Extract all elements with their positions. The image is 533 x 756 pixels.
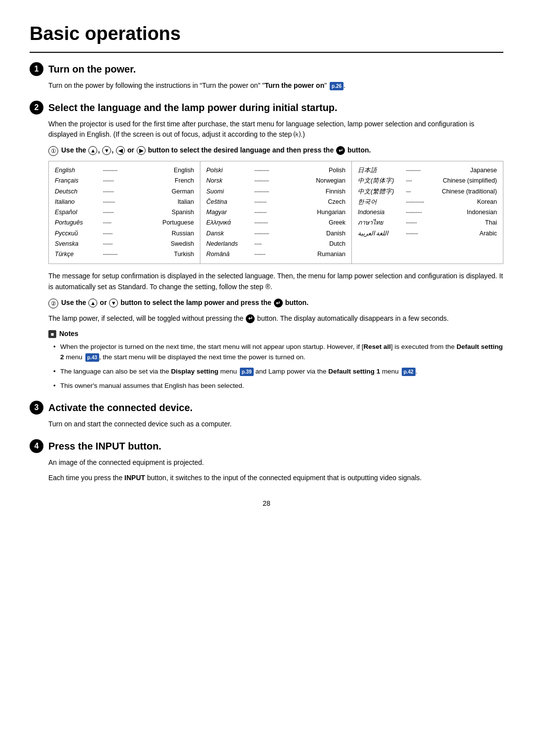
lang-row: Norsk············Norwegian [206, 176, 345, 186]
lang-row: Русский········Russian [55, 228, 194, 239]
lang-col-2: Polski············Polish Norsk··········… [200, 161, 352, 264]
step3-text: Turn on and start the connected device s… [48, 419, 503, 430]
note2-ref1[interactable]: p.39 [240, 368, 254, 377]
enter2-icon: ↵ [274, 299, 283, 307]
step4-text1: An image of the connected equipment is p… [48, 457, 503, 468]
step3-heading-text: Activate the connected device. [48, 400, 192, 415]
lang-col-3: 日本語············Japanese 中文(简体字)·····Chin… [352, 161, 503, 264]
step1-heading: 1 Turn on the power. [30, 62, 503, 76]
up-arrow-icon: ▲ [88, 146, 97, 155]
step4-number: 4 [30, 439, 43, 453]
lang-row: Türkçe············Turkish [55, 249, 194, 260]
lang-row: Suomi············Finnish [206, 187, 345, 197]
page-number: 28 [30, 498, 503, 509]
step2-after-table: The message for setup confirmation is di… [48, 271, 503, 292]
step4-text2: Each time you press the INPUT button, it… [48, 473, 503, 484]
step2-number: 2 [30, 101, 43, 114]
lang-row: 中文(简体字)·····Chinese (simplified) [358, 176, 497, 186]
page-title: Basic operations [30, 20, 503, 53]
step4-body: An image of the connected equipment is p… [48, 457, 503, 484]
lang-row: Deutsch·········German [55, 187, 194, 197]
step2-sub1-num: ① [48, 146, 58, 156]
step3-body: Turn on and start the connected device s… [48, 419, 503, 430]
left-arrow-icon: ◀ [116, 146, 125, 155]
notes-box: ■ Notes When the projector is turned on … [48, 329, 503, 391]
lang-row: Svenska········Swedish [55, 239, 194, 249]
lang-row: Français·········French [55, 176, 194, 186]
language-table: English············English Français·····… [48, 161, 503, 264]
right-arrow-icon: ▶ [137, 146, 146, 155]
step2-sub2-heading: ② Use the ▲ or ▼ button to select the la… [48, 298, 503, 308]
note-3: This owner's manual assumes that English… [53, 381, 503, 391]
lang-row: ภาษาไทย·········Thai [358, 218, 497, 228]
lang-row: 中文(繁體字)····Chinese (traditional) [358, 187, 497, 197]
step2-body: When the projector is used for the first… [48, 119, 503, 391]
lang-row: Ελληνικά···········Greek [206, 218, 345, 228]
lang-row: Čeština··········Czech [206, 197, 345, 207]
lang-row: Nederlands······Dutch [206, 239, 345, 249]
step2-sub1-heading: ① Use the ▲, ▼, ◀ or ▶ button to select … [48, 145, 503, 156]
lang-row: اللغة العربية··········Arabic [358, 228, 497, 239]
step3-heading: 3 Activate the connected device. [30, 400, 503, 415]
step4-heading: 4 Press the INPUT button. [30, 439, 503, 454]
lang-row: Italiano··········Italian [55, 197, 194, 207]
step1-ref[interactable]: p.26 [330, 82, 343, 91]
step4-heading-text: Press the INPUT button. [48, 439, 161, 454]
step3-number: 3 [30, 401, 43, 415]
step1-number: 1 [30, 62, 43, 76]
step2-intro: When the projector is used for the first… [48, 119, 503, 140]
note2-ref2[interactable]: p.42 [402, 368, 416, 377]
step2-heading-text: Select the language and the lamp power d… [48, 100, 338, 115]
notes-list: When the projector is turned on the next… [48, 342, 503, 391]
down-arrow-icon: ▼ [102, 146, 111, 155]
down-arrow2-icon: ▼ [109, 299, 118, 307]
step1-bold: Turn the power on [265, 81, 324, 89]
lang-row: English············English [55, 165, 194, 176]
enter-icon: ↵ [336, 146, 345, 155]
step1-body: Turn on the power by following the instr… [48, 80, 503, 91]
lang-row: Polski············Polish [206, 165, 345, 176]
step2-heading: 2 Select the language and the lamp power… [30, 100, 503, 115]
lang-row: Indonesia·············Indonesian [358, 207, 497, 218]
lang-row: Português·······Portuguese [55, 218, 194, 228]
lang-row: 한국어···············Korean [358, 197, 497, 207]
step1-text: Turn on the power by following the instr… [48, 80, 503, 91]
notes-title: ■ Notes [48, 329, 503, 339]
step2-sub2-body: The lamp power, if selected, will be tog… [48, 313, 503, 324]
step2-sub2-num: ② [48, 299, 58, 308]
lang-row: Español·········Spanish [55, 207, 194, 218]
enter3-icon: ↵ [246, 314, 255, 323]
lang-row: 日本語············Japanese [358, 165, 497, 176]
note-1: When the projector is turned on the next… [53, 342, 503, 363]
lang-row: Română·········Rumanian [206, 249, 345, 260]
up-arrow2-icon: ▲ [88, 299, 97, 307]
lang-row: Dansk············Danish [206, 228, 345, 239]
notes-icon: ■ [48, 330, 56, 338]
note1-ref[interactable]: p.43 [85, 353, 99, 362]
step1-heading-text: Turn on the power. [48, 62, 136, 76]
lang-row: Magyar··········Hungarian [206, 207, 345, 218]
lang-col-1: English············English Français·····… [49, 161, 200, 264]
note-2: The language can also be set via the Dis… [53, 367, 503, 377]
